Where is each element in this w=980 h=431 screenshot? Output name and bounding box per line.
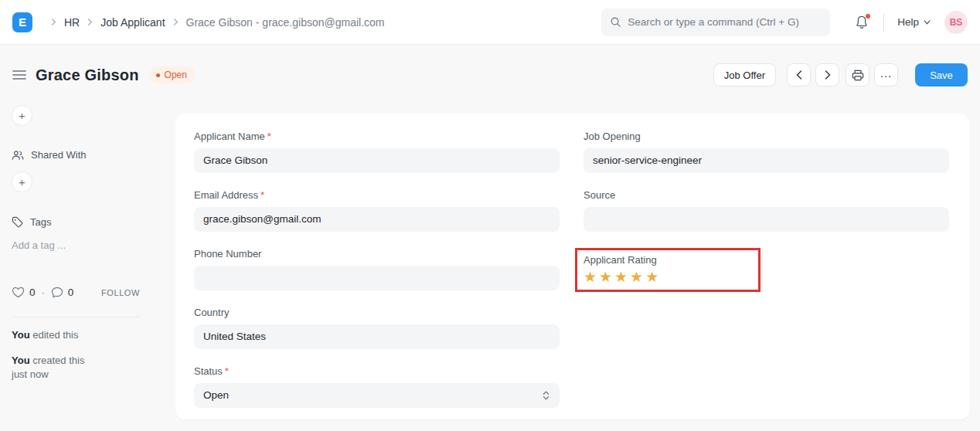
dot-separator: · <box>42 287 45 298</box>
chevron-down-icon <box>924 20 931 25</box>
chevron-right-icon <box>87 19 94 25</box>
status-field: Status* Open <box>194 365 560 408</box>
tag-icon <box>12 216 23 228</box>
chevron-right-icon <box>172 19 179 25</box>
form-column-right: Job Opening senior-service-engineer Sour… <box>584 131 949 292</box>
required-marker: * <box>260 189 264 201</box>
source-input[interactable] <box>584 207 949 232</box>
job-opening-input[interactable]: senior-service-engineer <box>584 148 949 173</box>
applicant-name-field: Applicant Name* Grace Gibson <box>194 131 560 173</box>
source-field: Source <box>584 189 949 232</box>
activity-time: just now <box>12 368 84 382</box>
status-badge-label: Open <box>165 70 187 80</box>
field-label: Status* <box>194 365 560 378</box>
activity-actor: You <box>12 329 30 341</box>
breadcrumb-item-current: Grace Gibson - grace.gibson@gmail.com <box>186 16 385 29</box>
country-input[interactable]: United States <box>194 324 560 349</box>
app-window: E HR Job Applicant Grace Gibson - grace.… <box>0 0 980 431</box>
email-address-input[interactable]: grace.gibson@gmail.com <box>194 207 560 232</box>
header-actions: Job Offer ... Save <box>713 63 968 87</box>
help-label: Help <box>897 16 919 28</box>
tags-section: Tags <box>12 216 155 228</box>
shared-with-label: Shared With <box>31 149 87 161</box>
field-label: Email Address* <box>194 189 560 202</box>
search-icon <box>610 16 621 28</box>
heart-icon[interactable] <box>12 287 25 298</box>
activity-text: edited this <box>30 329 79 341</box>
field-label: Job Opening <box>584 131 949 143</box>
form-column-left: Applicant Name* Grace Gibson Email Addre… <box>194 131 560 424</box>
job-offer-button[interactable]: Job Offer <box>713 63 776 87</box>
applicant-name-input[interactable]: Grace Gibson <box>194 148 560 173</box>
share-button[interactable]: + <box>12 171 32 192</box>
required-marker: * <box>267 131 271 142</box>
comment-icon[interactable] <box>51 287 63 298</box>
ellipsis-icon: ... <box>880 67 893 83</box>
help-menu[interactable]: Help <box>897 16 931 28</box>
email-address-field: Email Address* grace.gibson@gmail.com <box>194 189 560 232</box>
status-dot-icon <box>156 73 160 77</box>
breadcrumb-item-hr[interactable]: HR <box>64 16 80 29</box>
field-label: Source <box>584 189 949 202</box>
notifications-button[interactable] <box>855 15 869 29</box>
chevron-left-icon <box>796 70 802 80</box>
select-arrows-icon <box>543 390 550 401</box>
page-title: Grace Gibson <box>36 66 139 84</box>
comment-count: 0 <box>68 287 74 298</box>
breadcrumb: HR Job Applicant Grace Gibson - grace.gi… <box>43 16 385 29</box>
required-marker: * <box>225 365 229 377</box>
form-sidebar: + Shared With + Tags Add a tag ... 0 · 0 <box>0 100 155 251</box>
activity-text: created this <box>30 355 85 366</box>
field-label: Phone Number <box>194 248 560 260</box>
app-logo[interactable]: E <box>12 12 32 32</box>
shared-with-section: Shared With <box>12 149 155 161</box>
like-count: 0 <box>29 287 36 298</box>
navbar: E HR Job Applicant Grace Gibson - grace.… <box>0 0 980 45</box>
field-label: Applicant Rating <box>584 254 752 266</box>
star-rating-input[interactable]: ★★★★★ <box>584 267 752 286</box>
sidebar-divider <box>12 317 140 317</box>
printer-icon <box>852 70 864 81</box>
phone-number-field: Phone Number <box>194 248 560 290</box>
activity-edited: You edited this <box>12 328 78 342</box>
sidebar-toggle-button[interactable] <box>12 70 26 80</box>
chevron-right-icon <box>825 70 831 80</box>
hamburger-icon <box>12 70 26 80</box>
users-icon <box>12 150 24 161</box>
field-label: Applicant Name* <box>194 131 560 143</box>
chevron-right-icon <box>50 19 57 25</box>
breadcrumb-item-job-applicant[interactable]: Job Applicant <box>100 16 165 29</box>
activity-actor: You <box>12 355 30 366</box>
status-badge: Open <box>150 66 195 83</box>
phone-number-input[interactable] <box>194 266 560 290</box>
global-search[interactable] <box>601 8 830 36</box>
form-card: Applicant Name* Grace Gibson Email Addre… <box>175 114 969 419</box>
next-record-button[interactable] <box>815 63 839 87</box>
navbar-right: Help BS <box>601 8 968 36</box>
country-field: Country United States <box>194 307 560 349</box>
search-input[interactable] <box>628 16 822 28</box>
print-button[interactable] <box>846 63 869 87</box>
add-assignment-button[interactable]: + <box>12 105 32 126</box>
user-avatar[interactable]: BS <box>944 11 968 34</box>
add-tag-input[interactable]: Add a tag ... <box>12 239 155 251</box>
applicant-rating-annotation-box: Applicant Rating ★★★★★ <box>575 248 761 292</box>
more-options-button[interactable]: ... <box>874 63 898 87</box>
page-header: Grace Gibson Open Job Offer <box>12 62 968 88</box>
previous-record-button[interactable] <box>787 63 811 87</box>
save-button[interactable]: Save <box>915 63 968 87</box>
status-select[interactable]: Open <box>194 383 560 408</box>
job-opening-field: Job Opening senior-service-engineer <box>584 131 949 173</box>
social-row: 0 · 0 FOLLOW <box>12 287 140 298</box>
follow-button[interactable]: FOLLOW <box>101 288 140 297</box>
notification-indicator-dot <box>866 14 870 19</box>
activity-created: You created this just now <box>12 354 84 382</box>
field-label: Country <box>194 307 560 319</box>
navbar-divider <box>883 13 884 32</box>
status-select-value: Open <box>203 389 229 401</box>
tags-label: Tags <box>30 216 51 228</box>
